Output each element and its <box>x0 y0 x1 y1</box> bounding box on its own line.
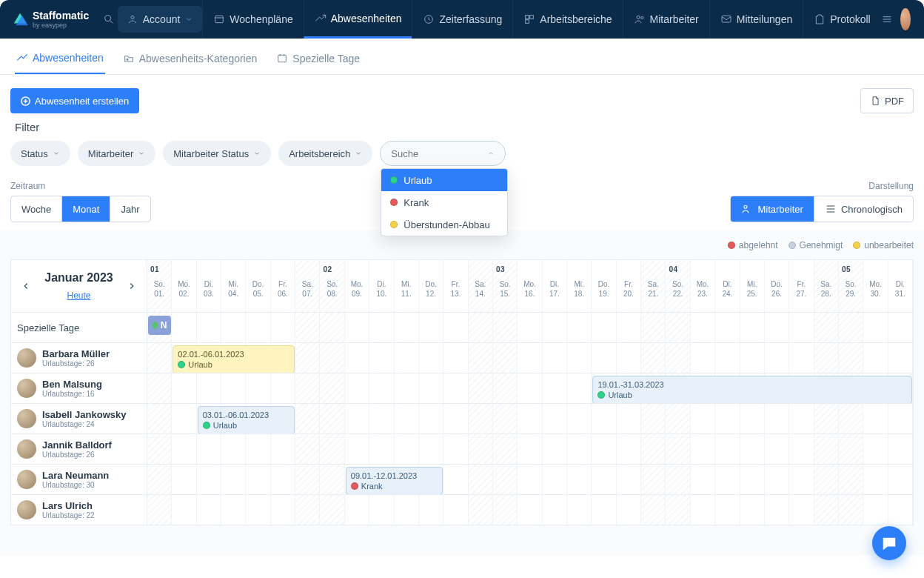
export-pdf-button[interactable]: PDF <box>860 88 914 113</box>
dr-mitarbeiter[interactable]: Mitarbeiter <box>731 196 813 222</box>
account-label: Account <box>143 13 181 25</box>
filter-mitarbeiter-status[interactable]: Mitarbeiter Status <box>163 141 271 166</box>
svg-rect-5 <box>215 16 224 22</box>
employee-days: Urlaubstage: 24 <box>42 420 126 428</box>
nav-zeiterfassung[interactable]: Zeiterfassung <box>412 0 512 39</box>
seg-icon <box>825 203 837 215</box>
day-header: Fr.13. <box>443 260 468 312</box>
employee-name: Lara Neumann <box>42 470 109 481</box>
day-header: Do.12. <box>419 260 443 312</box>
svg-point-14 <box>640 16 643 19</box>
nav-mitarbeiter[interactable]: Mitarbeiter <box>623 0 709 39</box>
absence-event[interactable]: 03.01.-06.01.2023 Urlaub <box>198 406 295 434</box>
category-search-input[interactable] <box>391 148 465 159</box>
employee-row: Lara Neumann Urlaubstage: 30 09.01.-12.0… <box>11 464 913 494</box>
global-search-button[interactable] <box>102 6 115 33</box>
account-switcher[interactable]: Account <box>118 6 203 33</box>
employee-days: Urlaubstage: 22 <box>42 511 95 519</box>
day-header: Do.26. <box>765 260 789 312</box>
svg-line-9 <box>429 19 430 20</box>
legend-genehmigt: Genehmigt <box>800 240 843 250</box>
employee-name: Lars Ulrich <box>42 500 95 511</box>
top-navbar: Staffomatic by easypep Account Wochenplä… <box>0 0 924 39</box>
nav-arbeitsbereiche[interactable]: Arbeitsbereiche <box>512 0 622 39</box>
menu-button[interactable] <box>881 6 894 33</box>
chevron-up-icon <box>487 150 495 157</box>
create-absence-label: Abwesenheit erstellen <box>35 96 129 107</box>
employee-name: Isabell Jankowsky <box>42 409 126 420</box>
day-header: Mi.04. <box>221 260 246 312</box>
day-header: 05So.29. <box>839 260 863 312</box>
subtab-2[interactable]: Spezielle Tage <box>275 52 361 74</box>
filter-category-search[interactable]: UrlaubKrankÜberstunden-Abbau <box>380 141 506 166</box>
day-header: Di.17. <box>543 260 567 312</box>
chat-icon <box>881 535 897 551</box>
brand-text: Staffomatic <box>33 10 89 21</box>
special-day-event[interactable]: N <box>148 316 171 335</box>
chevron-right-icon <box>127 281 137 291</box>
nav-icon <box>720 13 732 25</box>
employee-name: Jannik Balldorf <box>42 439 112 451</box>
nav-protokoll[interactable]: Protokoll <box>803 0 880 39</box>
filter-status[interactable]: Status <box>10 141 70 166</box>
employee-row: Isabell Jankowsky Urlaubstage: 24 03.01.… <box>11 403 913 434</box>
svg-point-13 <box>637 16 640 19</box>
today-link[interactable]: Heute <box>67 290 90 301</box>
svg-point-4 <box>131 16 134 19</box>
nav-mitteilungen[interactable]: Mitteilungen <box>709 0 803 39</box>
legend-unbearbeitet: unbearbeitet <box>864 240 914 250</box>
legend-abgelehnt: abgelehnt <box>739 240 778 250</box>
filter-bar: Status Mitarbeiter Mitarbeiter Status Ar… <box>0 141 924 178</box>
filter-heading: Filter <box>0 121 924 141</box>
subtab-icon <box>123 53 135 64</box>
dropdown-option[interactable]: Überstunden-Abbau <box>381 213 507 236</box>
absence-event[interactable]: 02.01.-06.01.2023 Urlaub <box>173 345 295 373</box>
employee-days: Urlaubstage: 16 <box>42 390 102 398</box>
nav-wochenpläne[interactable]: Wochenpläne <box>202 0 303 39</box>
special-days-row: Spezielle TageN <box>11 312 913 342</box>
zr-jahr[interactable]: Jahr <box>110 196 150 222</box>
employee-avatar <box>17 470 36 489</box>
sub-tabs: AbwesenheitenAbwesenheits-KategorienSpez… <box>0 39 924 75</box>
brand-logo: Staffomatic by easypep <box>6 10 95 29</box>
nav-abwesenheiten[interactable]: Abwesenheiten <box>304 0 412 39</box>
day-header: Fr.06. <box>271 260 295 312</box>
day-header: Di.03. <box>197 260 221 312</box>
day-header: Mo.23. <box>691 260 715 312</box>
dropdown-option[interactable]: Urlaub <box>381 169 507 191</box>
category-dropdown: UrlaubKrankÜberstunden-Abbau <box>381 168 508 236</box>
dr-chronologisch[interactable]: Chronologisch <box>814 196 913 222</box>
dropdown-option[interactable]: Krank <box>381 191 507 213</box>
zr-monat[interactable]: Monat <box>61 196 110 222</box>
filter-mitarbeiter[interactable]: Mitarbeiter <box>78 141 155 166</box>
user-avatar[interactable] <box>900 8 911 30</box>
export-pdf-label: PDF <box>885 96 904 107</box>
zeitraum-group: WocheMonatJahr <box>10 196 151 222</box>
subtab-icon <box>276 53 288 64</box>
svg-line-3 <box>110 21 113 23</box>
next-month[interactable] <box>123 277 141 295</box>
chat-button[interactable] <box>872 526 906 560</box>
subtab-0[interactable]: Abwesenheiten <box>15 52 105 74</box>
zr-woche[interactable]: Woche <box>11 196 61 222</box>
svg-rect-11 <box>530 16 534 19</box>
day-header: Do.19. <box>592 260 616 312</box>
nav-icon <box>423 13 435 25</box>
subtab-1[interactable]: Abwesenheits-Kategorien <box>121 52 259 74</box>
create-absence-button[interactable]: Abwesenheit erstellen <box>10 88 139 113</box>
employee-name: Barbara Müller <box>42 348 110 359</box>
day-header: Sa.07. <box>295 260 320 312</box>
month-label: Januar 2023 <box>44 271 113 285</box>
employee-days: Urlaubstage: 30 <box>42 481 109 489</box>
absence-event[interactable]: 19.01.-31.03.2023 Urlaub <box>592 376 912 404</box>
day-header: Di.24. <box>715 260 740 312</box>
user-icon <box>127 13 138 25</box>
nav-icon <box>814 13 826 25</box>
zeitraum-label: Zeitraum <box>10 181 151 191</box>
nav-icon <box>634 13 646 25</box>
absence-event[interactable]: 09.01.-12.01.2023 Krank <box>346 467 443 495</box>
day-header: Di.10. <box>369 260 394 312</box>
prev-month[interactable] <box>17 277 35 295</box>
day-header: Di.31. <box>888 260 913 312</box>
filter-arbeitsbereich[interactable]: Arbeitsbereich <box>278 141 372 166</box>
